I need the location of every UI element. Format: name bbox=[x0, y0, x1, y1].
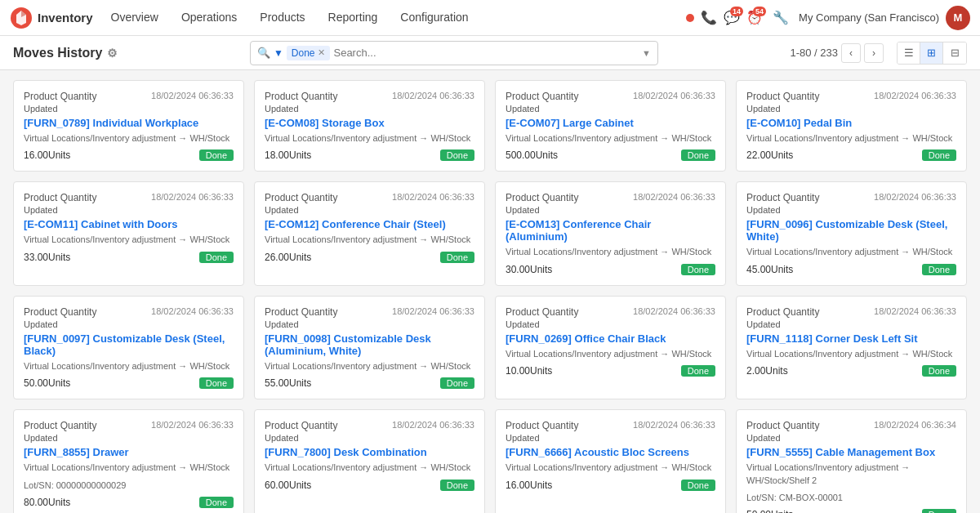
card-qty: 30.00Units bbox=[506, 264, 552, 275]
card-route: Virtual Locations/Inventory adjustment →… bbox=[24, 462, 234, 474]
card-footer: 30.00Units Done bbox=[506, 264, 715, 275]
card-footer: 50.00Units Done bbox=[24, 377, 234, 389]
card-route: Virtual Locations/Inventory adjustment →… bbox=[746, 462, 956, 487]
card-label: Product Quantity bbox=[265, 420, 337, 431]
card-qty: 60.00Units bbox=[265, 480, 311, 491]
done-badge: Done bbox=[440, 252, 474, 263]
done-badge: Done bbox=[922, 264, 956, 275]
card-item[interactable]: Product Quantity 18/02/2024 06:36:33 Upd… bbox=[736, 181, 967, 285]
card-qty: 18.00Units bbox=[265, 149, 311, 161]
card-qty: 2.00Units bbox=[746, 365, 788, 377]
done-badge: Done bbox=[681, 264, 715, 275]
card-status: Updated bbox=[746, 104, 956, 114]
card-qty: 50.00Units bbox=[24, 377, 70, 389]
done-badge: Done bbox=[199, 497, 234, 508]
card-title: [E-COM07] Large Cabinet bbox=[506, 117, 715, 129]
card-extra: Lot/SN: 00000000000029 bbox=[24, 480, 234, 492]
card-title: [FURN_8855] Drawer bbox=[24, 446, 234, 458]
clock-badge[interactable]: ⏰ 54 bbox=[746, 10, 763, 25]
card-title: [FURN_0097] Customizable Desk (Steel, Bl… bbox=[24, 332, 234, 357]
card-header: Product Quantity 18/02/2024 06:36:33 bbox=[265, 306, 474, 318]
card-header: Product Quantity 18/02/2024 06:36:33 bbox=[24, 306, 234, 318]
card-footer: 80.00Units Done bbox=[24, 497, 234, 508]
card-item[interactable]: Product Quantity 18/02/2024 06:36:33 Upd… bbox=[736, 80, 967, 172]
card-item[interactable]: Product Quantity 18/02/2024 06:36:33 Upd… bbox=[13, 296, 244, 399]
card-item[interactable]: Product Quantity 18/02/2024 06:36:33 Upd… bbox=[13, 409, 244, 513]
nav-reporting[interactable]: Reporting bbox=[317, 0, 390, 36]
card-label: Product Quantity bbox=[746, 91, 819, 102]
card-item[interactable]: Product Quantity 18/02/2024 06:36:33 Upd… bbox=[736, 296, 967, 399]
page-settings-icon[interactable]: ⚙ bbox=[107, 47, 118, 60]
view-table-btn[interactable]: ⊟ bbox=[943, 42, 966, 64]
pagination-next[interactable]: › bbox=[864, 43, 884, 63]
nav-products[interactable]: Products bbox=[248, 0, 316, 36]
card-date: 18/02/2024 06:36:33 bbox=[633, 420, 715, 430]
card-item[interactable]: Product Quantity 18/02/2024 06:36:33 Upd… bbox=[13, 181, 244, 285]
app-name: Inventory bbox=[38, 11, 93, 25]
card-item[interactable]: Product Quantity 18/02/2024 06:36:33 Upd… bbox=[254, 181, 485, 285]
card-qty: 33.00Units bbox=[24, 252, 70, 263]
card-qty: 16.00Units bbox=[506, 480, 552, 491]
card-route: Virtual Locations/Inventory adjustment →… bbox=[746, 132, 956, 145]
search-input[interactable] bbox=[333, 47, 642, 59]
card-route: Virtual Locations/Inventory adjustment →… bbox=[265, 462, 474, 474]
done-badge: Done bbox=[440, 377, 474, 389]
search-dropdown-icon[interactable]: ▼ bbox=[642, 48, 651, 58]
app-logo[interactable]: Inventory bbox=[10, 7, 93, 29]
card-route: Virtual Locations/Inventory adjustment →… bbox=[746, 246, 956, 258]
card-label: Product Quantity bbox=[24, 306, 96, 318]
card-status: Updated bbox=[265, 433, 474, 443]
card-status: Updated bbox=[24, 104, 234, 114]
card-title: [FURN_6666] Acoustic Bloc Screens bbox=[506, 446, 715, 458]
card-footer: 16.00Units Done bbox=[506, 480, 715, 491]
company-name[interactable]: My Company (San Francisco) bbox=[799, 11, 939, 24]
settings-nav-button[interactable]: 🔧 bbox=[769, 7, 792, 29]
card-status: Updated bbox=[265, 104, 474, 114]
pagination-prev[interactable]: ‹ bbox=[841, 43, 861, 63]
card-status: Updated bbox=[24, 319, 234, 329]
card-item[interactable]: Product Quantity 18/02/2024 06:36:33 Upd… bbox=[254, 409, 485, 513]
card-title: [FURN_5555] Cable Management Box bbox=[746, 446, 956, 458]
phone-badge[interactable]: 📞 bbox=[701, 10, 717, 25]
view-kanban-btn[interactable]: ⊞ bbox=[920, 42, 943, 64]
card-item[interactable]: Product Quantity 18/02/2024 06:36:33 Upd… bbox=[495, 409, 726, 513]
view-list-btn[interactable]: ☰ bbox=[898, 42, 920, 64]
done-badge: Done bbox=[681, 365, 715, 377]
card-item[interactable]: Product Quantity 18/02/2024 06:36:33 Upd… bbox=[13, 80, 244, 172]
card-date: 18/02/2024 06:36:33 bbox=[633, 306, 715, 316]
card-title: [E-COM11] Cabinet with Doors bbox=[24, 218, 234, 230]
card-item[interactable]: Product Quantity 18/02/2024 06:36:34 Upd… bbox=[736, 409, 967, 513]
card-label: Product Quantity bbox=[24, 91, 96, 102]
card-footer: 2.00Units Done bbox=[746, 365, 956, 377]
card-footer: 45.00Units Done bbox=[746, 264, 956, 275]
avatar[interactable]: M bbox=[946, 6, 970, 30]
messages-badge[interactable]: 💬 14 bbox=[724, 10, 740, 25]
card-item[interactable]: Product Quantity 18/02/2024 06:36:33 Upd… bbox=[254, 80, 485, 172]
card-header: Product Quantity 18/02/2024 06:36:33 bbox=[746, 192, 956, 203]
card-status: Updated bbox=[746, 433, 956, 443]
card-date: 18/02/2024 06:36:33 bbox=[874, 192, 956, 202]
logo-icon bbox=[10, 7, 33, 29]
card-qty: 55.00Units bbox=[265, 377, 311, 389]
card-header: Product Quantity 18/02/2024 06:36:33 bbox=[24, 420, 234, 431]
nav-configuration[interactable]: Configuration bbox=[389, 0, 479, 36]
card-route: Virtual Locations/Inventory adjustment →… bbox=[506, 246, 715, 258]
card-header: Product Quantity 18/02/2024 06:36:33 bbox=[265, 420, 474, 431]
nav-operations[interactable]: Operations bbox=[170, 0, 248, 36]
card-footer: 18.00Units Done bbox=[265, 149, 474, 161]
card-label: Product Quantity bbox=[506, 420, 578, 431]
card-item[interactable]: Product Quantity 18/02/2024 06:36:33 Upd… bbox=[495, 80, 726, 172]
card-item[interactable]: Product Quantity 18/02/2024 06:36:33 Upd… bbox=[495, 181, 726, 285]
filter-funnel-icon[interactable]: ▼ bbox=[274, 47, 283, 59]
nav-overview[interactable]: Overview bbox=[100, 0, 170, 36]
card-footer: 500.00Units Done bbox=[506, 149, 715, 161]
card-item[interactable]: Product Quantity 18/02/2024 06:36:33 Upd… bbox=[495, 296, 726, 399]
filter-tag-close[interactable]: ✕ bbox=[318, 47, 325, 58]
card-status: Updated bbox=[506, 104, 715, 114]
card-footer: 33.00Units Done bbox=[24, 252, 234, 263]
message-count: 14 bbox=[730, 7, 743, 16]
card-date: 18/02/2024 06:36:33 bbox=[874, 91, 956, 100]
filter-tag-label: Done bbox=[292, 47, 315, 59]
card-route: Virtual Locations/Inventory adjustment →… bbox=[506, 348, 715, 360]
card-item[interactable]: Product Quantity 18/02/2024 06:36:33 Upd… bbox=[254, 296, 485, 399]
